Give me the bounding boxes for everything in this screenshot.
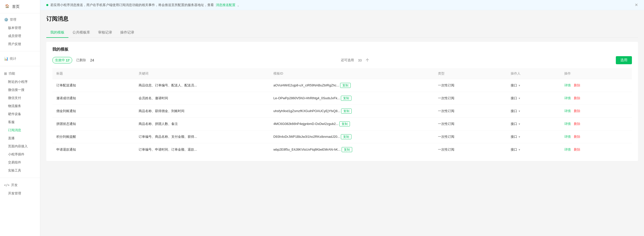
manage-label: 管理 (10, 17, 16, 22)
delete-link-1[interactable]: 删除 (574, 96, 580, 100)
row-keyword-2: 商品名称、获得佣金、到账时间 (135, 105, 269, 118)
row-actions-2: 详情 删除 (560, 105, 632, 118)
table-row: 积分到账提醒 订单编号、商品名称、支付金额、获得... D93h4oDrJWP1… (52, 130, 632, 143)
stats-label: 统计 (10, 56, 16, 61)
home-label: 首页 (12, 4, 20, 9)
row-id-2: uhsfyh9od1gZsmzfKXGuihPOAUCyEjYfxQ8... 复… (269, 105, 434, 118)
tab-public-template[interactable]: 公共模板库 (68, 28, 94, 38)
delete-link-2[interactable]: 删除 (574, 109, 580, 113)
detail-link-5[interactable]: 详情 (564, 148, 571, 151)
copy-button-2[interactable]: 复制 (341, 109, 352, 114)
sidebar-item-hardware[interactable]: 硬件设备 (0, 110, 40, 118)
operator-dropdown-0[interactable]: ▼ (518, 84, 521, 87)
sidebar-item-page-content[interactable]: 页面内容接入 (0, 142, 40, 150)
stats-icon: 📊 (4, 57, 8, 61)
detail-link-1[interactable]: 详情 (564, 96, 571, 100)
copy-button-4[interactable]: 复制 (341, 134, 351, 139)
remaining-prefix: 还可选用 (341, 58, 354, 62)
row-operator-2: 接口 ▼ (507, 105, 560, 118)
operator-dropdown-4[interactable]: ▼ (518, 136, 521, 138)
alert-link[interactable]: 消息推送配置 (216, 3, 235, 7)
detail-link-3[interactable]: 详情 (564, 122, 571, 126)
sidebar-item-logistics[interactable]: 物流服务 (0, 102, 40, 110)
table-header: 标题 关键词 模板ID 类型 操作人 操作 (52, 68, 632, 79)
page-body: 订阅消息 我的模板 公共模板库 审核记录 操作记录 我的模板 生效中 17 已删… (40, 10, 644, 166)
row-keyword-0: 商品信息、订单编号、配送人、配送员... (135, 79, 269, 92)
row-keyword-4: 订单编号、商品名称、支付金额、获得... (135, 130, 269, 143)
copy-button-0[interactable]: 复制 (340, 83, 351, 88)
sidebar-item-customer-service[interactable]: 客服 (0, 118, 40, 126)
table-row: 拼团状态通知 商品名称、拼团人数、备注 4MC6G082k66hP4ejgnbm… (52, 118, 632, 130)
template-table: 标题 关键词 模板ID 类型 操作人 操作 订单配送通知 商品信息、订单编号、配… (52, 68, 632, 156)
table-row: 佣金到账通知 商品名称、获得佣金、到账时间 uhsfyh9od1gZsmzfKX… (52, 105, 632, 118)
table-body: 订单配送通知 商品信息、订单编号、配送人、配送员... aOVuHWrE2ujp… (52, 79, 632, 156)
sidebar-item-feedback[interactable]: 用户反馈 (0, 40, 40, 48)
row-actions-3: 详情 删除 (560, 118, 632, 130)
manage-icon: ⚙️ (4, 18, 8, 22)
dev-icon: </> (4, 183, 10, 187)
sidebar-item-nearby[interactable]: 附近的小程序 (0, 78, 40, 86)
select-button[interactable]: 选用 (616, 56, 632, 64)
col-operator: 操作人 (507, 68, 560, 79)
sidebar-item-dev-manage[interactable]: 开发管理 (0, 189, 40, 197)
sidebar-item-mini-plugins[interactable]: 小程序插件 (0, 150, 40, 158)
delete-link-0[interactable]: 删除 (574, 83, 580, 87)
sidebar-item-wechat-search[interactable]: 微信搜一搜 (0, 86, 40, 94)
row-type-2: 一次性订阅 (434, 105, 507, 118)
sidebar-item-wechat-pay[interactable]: 微信支付 (0, 94, 40, 102)
sidebar-item-version[interactable]: 版本管理 (0, 24, 40, 32)
remaining-count: 33 (358, 58, 361, 62)
sidebar-item-exp-tools[interactable]: 实验工具 (0, 166, 40, 175)
filter-bar: 生效中 17 已删除 24 还可选用 33 个 选用 (52, 56, 632, 64)
row-type-4: 一次性订阅 (434, 130, 507, 143)
alert-close-button[interactable]: ✕ (635, 3, 638, 7)
operator-dropdown-1[interactable]: ▼ (518, 97, 521, 100)
delete-link-5[interactable]: 删除 (574, 148, 580, 151)
card-title: 我的模板 (52, 47, 632, 52)
row-id-0: aOVuHWrE2ujp8-uX_ciR59NABuZbIRgZhc... 复制 (269, 79, 434, 92)
sidebar-section-stats: 📊 统计 (0, 52, 40, 65)
row-keyword-3: 商品名称、拼团人数、备注 (135, 118, 269, 130)
operator-dropdown-3[interactable]: ▼ (518, 123, 521, 125)
row-type-5: 一次性订阅 (434, 143, 507, 156)
col-keyword: 关键词 (135, 68, 269, 79)
operator-dropdown-2[interactable]: ▼ (518, 110, 521, 113)
sidebar-section-func: ⊞ 功能 附近的小程序 微信搜一搜 微信支付 物流服务 硬件设备 客服 订阅消息… (0, 67, 40, 177)
tab-bar: 我的模板 公共模板库 审核记录 操作记录 (46, 28, 638, 38)
sidebar-header-dev[interactable]: </> 开发 (0, 181, 40, 189)
tab-op-log[interactable]: 操作记录 (116, 28, 138, 38)
sidebar-item-trade-components[interactable]: 交易组件 (0, 158, 40, 166)
alert-banner: 若应用小程序消息推送，用户在手机客户端使用订阅消息功能的相关事件，将会推送至所配… (40, 0, 644, 10)
delete-link-4[interactable]: 删除 (574, 135, 580, 139)
delete-link-3[interactable]: 删除 (574, 122, 580, 126)
copy-button-1[interactable]: 复制 (341, 96, 351, 101)
row-id-4: D93h4oDrJWP1BbJw3I1ho2RKsIbnmadJ20... 复制 (269, 130, 434, 143)
sidebar-home[interactable]: 🏠 首页 (0, 0, 40, 13)
operator-dropdown-5[interactable]: ▼ (518, 148, 521, 151)
tab-audit-log[interactable]: 审核记录 (94, 28, 116, 38)
row-title-4: 积分到账提醒 (52, 130, 135, 143)
sidebar-item-member[interactable]: 成员管理 (0, 32, 40, 40)
detail-link-0[interactable]: 详情 (564, 83, 571, 87)
detail-link-4[interactable]: 详情 (564, 135, 571, 139)
tab-my-template[interactable]: 我的模板 (46, 28, 68, 38)
template-card: 我的模板 生效中 17 已删除 24 还可选用 33 个 选用 (46, 42, 638, 161)
active-badge-label: 生效中 (55, 58, 65, 62)
row-operator-3: 接口 ▼ (507, 118, 560, 130)
sidebar-header-manage[interactable]: ⚙️ 管理 (0, 15, 40, 24)
alert-text2: 。 (237, 3, 241, 7)
sidebar-header-stats[interactable]: 📊 统计 (0, 54, 40, 63)
row-type-0: 一次性订阅 (434, 79, 507, 92)
row-id-1: Le-OPwPp2860V5N3-HhRlhtg4_0SudsJvFk... 复… (269, 92, 434, 105)
row-operator-4: 接口 ▼ (507, 130, 560, 143)
copy-button-3[interactable]: 复制 (339, 121, 350, 126)
copy-button-5[interactable]: 复制 (342, 147, 352, 152)
col-title: 标题 (52, 68, 135, 79)
sidebar-item-subscribe-msg[interactable]: 订阅消息 (0, 126, 40, 134)
sidebar-header-func[interactable]: ⊞ 功能 (0, 69, 40, 78)
row-actions-0: 详情 删除 (560, 79, 632, 92)
sidebar-item-live[interactable]: 直播 (0, 134, 40, 142)
table-row: 邀请成功通知 会员姓名、邀请时间 Le-OPwPp2860V5N3-HhRlht… (52, 92, 632, 105)
detail-link-2[interactable]: 详情 (564, 109, 571, 113)
row-actions-4: 详情 删除 (560, 130, 632, 143)
